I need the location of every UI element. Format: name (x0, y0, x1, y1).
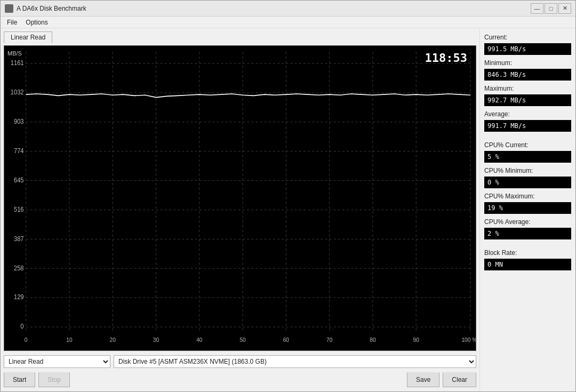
svg-text:0: 0 (25, 336, 28, 342)
average-label: Average: (484, 110, 571, 118)
cpu-maximum-value: 19 % (484, 202, 571, 214)
current-label: Current: (484, 34, 571, 41)
chart-timer: 118:53 (425, 51, 467, 65)
block-rate-value: 0 MN (484, 259, 571, 270)
mode-select[interactable]: Linear Read (4, 355, 110, 368)
content-area: Linear Read MB/S 118:53 (1, 28, 575, 391)
close-button[interactable]: ✕ (558, 3, 571, 14)
svg-text:30: 30 (153, 336, 159, 342)
menu-options[interactable]: Options (21, 18, 52, 27)
average-value: 991.7 MB/s (484, 120, 571, 132)
controls-row: Linear Read Disk Drive #5 [ASMT ASM236X … (4, 354, 476, 369)
minimize-button[interactable]: — (531, 3, 543, 14)
svg-text:129: 129 (14, 293, 24, 300)
stop-button[interactable]: Stop (38, 372, 70, 387)
maximize-button[interactable]: □ (545, 3, 557, 14)
svg-text:387: 387 (14, 235, 24, 242)
sidebar: Current: 991.5 MB/s Minimum: 846.3 MB/s … (479, 28, 575, 391)
svg-text:10: 10 (66, 336, 72, 342)
save-button[interactable]: Save (407, 372, 439, 387)
maximum-value: 992.7 MB/s (484, 94, 571, 106)
menu-bar: File Options (1, 17, 575, 28)
chart-container: MB/S 118:53 (4, 45, 476, 351)
cpu-minimum-label: CPU% Minimum: (484, 167, 571, 174)
clear-button[interactable]: Clear (443, 372, 476, 387)
cpu-current-label: CPU% Current: (484, 141, 571, 149)
block-rate-label: Block Rate: (484, 249, 571, 257)
minimum-value: 846.3 MB/s (484, 69, 571, 81)
svg-text:1161: 1161 (11, 59, 24, 66)
cpu-current-value: 5 % (484, 151, 571, 163)
svg-text:40: 40 (196, 336, 202, 342)
maximum-label: Maximum: (484, 85, 571, 92)
minimum-label: Minimum: (484, 59, 571, 67)
app-icon (5, 4, 13, 13)
svg-text:50: 50 (239, 336, 245, 342)
cpu-average-value: 2 % (484, 228, 571, 239)
cpu-minimum-value: 0 % (484, 177, 571, 188)
svg-text:80: 80 (370, 336, 375, 342)
window-title: A DA6x Disk Benchmark (17, 5, 531, 12)
title-buttons: — □ ✕ (531, 3, 571, 14)
buttons-row: Start Stop Save Clear (4, 371, 476, 388)
svg-text:1032: 1032 (11, 89, 24, 95)
svg-text:90: 90 (413, 336, 419, 342)
cpu-maximum-label: CPU% Maximum: (484, 193, 571, 200)
svg-text:258: 258 (14, 264, 24, 271)
main-window: A DA6x Disk Benchmark — □ ✕ File Options… (0, 0, 576, 392)
svg-text:774: 774 (14, 147, 24, 154)
chart-svg: 1161 1032 903 774 645 516 387 258 129 0 … (4, 46, 476, 350)
main-area: Linear Read MB/S 118:53 (1, 28, 479, 391)
tab-linear-read[interactable]: Linear Read (4, 31, 52, 43)
svg-text:516: 516 (14, 205, 24, 212)
svg-text:100 %: 100 % (461, 336, 476, 342)
svg-text:20: 20 (110, 336, 116, 342)
title-bar: A DA6x Disk Benchmark — □ ✕ (1, 1, 575, 17)
cpu-average-label: CPU% Average: (484, 218, 571, 226)
current-value: 991.5 MB/s (484, 43, 571, 55)
start-button[interactable]: Start (4, 372, 35, 387)
tab-strip: Linear Read (4, 31, 476, 43)
svg-text:70: 70 (326, 336, 332, 342)
svg-text:60: 60 (283, 336, 289, 342)
svg-text:0: 0 (20, 323, 24, 330)
svg-text:645: 645 (14, 176, 24, 183)
drive-select[interactable]: Disk Drive #5 [ASMT ASM236X NVME] (1863.… (114, 355, 476, 368)
svg-text:903: 903 (14, 118, 24, 125)
menu-file[interactable]: File (3, 18, 21, 27)
y-axis-label: MB/S (7, 50, 22, 57)
